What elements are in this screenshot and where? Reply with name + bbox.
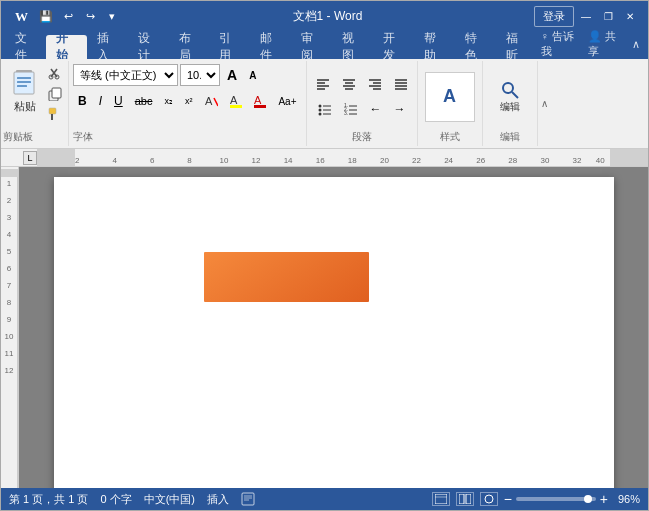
vertical-ruler: 1 2 3 4 5 6 7 8 9 10 11 12: [1, 167, 19, 488]
numbering[interactable]: 1.2.3.: [339, 98, 363, 120]
share[interactable]: 👤 共享: [584, 29, 624, 59]
restore-button[interactable]: ❐: [598, 6, 618, 26]
orange-rectangle[interactable]: [204, 252, 369, 302]
paste-label: 粘贴: [14, 99, 36, 114]
align-center[interactable]: [337, 73, 361, 95]
app-window: W 💾 ↩ ↪ ▾ 文档1 - Word 登录 — ❐ ✕ 文件 开始 插入 设…: [0, 0, 649, 511]
highlight-button[interactable]: A: [249, 90, 271, 112]
styles-icon[interactable]: A: [425, 72, 475, 122]
tab-insert[interactable]: 插入: [87, 35, 128, 59]
align-left[interactable]: [311, 73, 335, 95]
svg-text:3.: 3.: [344, 110, 348, 116]
copy-button[interactable]: [46, 85, 64, 103]
tab-dev[interactable]: 开发: [373, 35, 414, 59]
aa-button[interactable]: Aa+: [273, 90, 301, 112]
indent-increase[interactable]: →: [389, 98, 411, 120]
svg-point-41: [318, 113, 321, 116]
font-size-select[interactable]: 10.5: [180, 64, 220, 86]
svg-text:A: A: [230, 94, 238, 106]
format-painter-button[interactable]: [46, 105, 64, 123]
align-right[interactable]: [363, 73, 387, 95]
ribbon-collapse[interactable]: ∧: [628, 38, 644, 51]
title-right: 登录 — ❐ ✕: [534, 6, 640, 27]
redo-icon[interactable]: ↪: [81, 7, 99, 25]
font-label: 字体: [73, 130, 93, 144]
indent-decrease[interactable]: ←: [365, 98, 387, 120]
view-read[interactable]: [456, 492, 474, 506]
title-left: W 💾 ↩ ↪ ▾: [9, 4, 121, 28]
styles-group: A 样式: [418, 61, 483, 146]
save-icon[interactable]: 💾: [37, 7, 55, 25]
tab-view[interactable]: 视图: [332, 35, 373, 59]
svg-rect-6: [17, 85, 27, 87]
editing-label: 编辑: [500, 130, 520, 144]
svg-text:W: W: [15, 9, 28, 24]
bullets[interactable]: [313, 98, 337, 120]
view-normal[interactable]: [432, 492, 450, 506]
clipboard-right: [46, 63, 66, 144]
svg-rect-12: [52, 88, 61, 98]
tab-mailing[interactable]: 邮件: [250, 35, 291, 59]
tab-review[interactable]: 审阅: [291, 35, 332, 59]
tab-layout[interactable]: 布局: [169, 35, 210, 59]
tab-file[interactable]: 文件: [5, 35, 46, 59]
horizontal-ruler: L 2 4 6 8 10 12 14 16 18 2: [1, 149, 648, 167]
customize-icon[interactable]: ▾: [103, 7, 121, 25]
svg-rect-51: [242, 493, 254, 505]
ribbon-tabs: 文件 开始 插入 设计 布局 引用 邮件 审阅 视图 开发 帮助 特色 福昕 ♀…: [1, 31, 648, 59]
word-icon: W: [9, 4, 33, 28]
font-size-decrease[interactable]: A: [244, 64, 261, 86]
page-info: 第 1 页，共 1 页: [9, 492, 88, 507]
find-button[interactable]: 编辑: [495, 75, 525, 119]
close-button[interactable]: ✕: [620, 6, 640, 26]
title-bar: W 💾 ↩ ↪ ▾ 文档1 - Word 登录 — ❐ ✕: [1, 1, 648, 31]
tab-special[interactable]: 特色: [455, 35, 496, 59]
svg-point-59: [485, 495, 493, 503]
tab-help[interactable]: 帮助: [414, 35, 455, 59]
view-web[interactable]: [480, 492, 498, 506]
svg-rect-20: [254, 105, 266, 108]
svg-point-37: [318, 105, 321, 108]
cut-button[interactable]: [46, 65, 64, 83]
font-color-button[interactable]: A: [225, 90, 247, 112]
font-group: 等线 (中文正文) 10.5 A A B I U abc x₂ x²: [69, 61, 307, 146]
zoom-controls: − + 96%: [504, 492, 640, 506]
subscript-button[interactable]: x₂: [159, 90, 178, 112]
ribbon-collapse-arrow[interactable]: ∧: [538, 61, 552, 146]
svg-line-50: [512, 92, 518, 98]
zoom-out-button[interactable]: −: [504, 492, 512, 506]
svg-line-16: [214, 98, 218, 106]
document-page: [54, 177, 614, 488]
ribbon-right: ♀ 告诉我 👤 共享 ∧: [537, 29, 648, 59]
tab-foxit[interactable]: 福昕: [496, 35, 537, 59]
clipboard-group: 粘贴 剪贴板: [1, 61, 69, 146]
justify[interactable]: [389, 73, 413, 95]
zoom-in-button[interactable]: +: [600, 492, 608, 506]
tab-references[interactable]: 引用: [209, 35, 250, 59]
login-button[interactable]: 登录: [534, 6, 574, 27]
tab-home[interactable]: 开始: [46, 35, 87, 59]
bold-button[interactable]: B: [73, 90, 92, 112]
svg-rect-4: [17, 77, 31, 79]
undo-icon[interactable]: ↩: [59, 7, 77, 25]
document-scroll-area[interactable]: [19, 167, 648, 488]
svg-text:A: A: [205, 95, 213, 107]
svg-rect-57: [459, 494, 464, 504]
ruler-track: 2 4 6 8 10 12 14 16 18 20 22 24 26 28 30…: [37, 149, 648, 167]
tab-design[interactable]: 设计: [128, 35, 169, 59]
superscript-button[interactable]: x²: [180, 90, 198, 112]
ribbon-toolbar: 粘贴 剪贴板 等线 (中文: [1, 59, 648, 149]
underline-button[interactable]: U: [109, 90, 128, 112]
minimize-button[interactable]: —: [576, 6, 596, 26]
font-name-select[interactable]: 等线 (中文正文): [73, 64, 178, 86]
strikethrough-button[interactable]: abc: [130, 90, 158, 112]
svg-rect-18: [230, 105, 242, 108]
styles-label: 样式: [440, 130, 460, 144]
ruler-corner[interactable]: L: [23, 151, 37, 165]
tell-me[interactable]: ♀ 告诉我: [537, 29, 581, 59]
font-size-increase[interactable]: A: [222, 64, 242, 86]
zoom-slider[interactable]: [516, 497, 596, 501]
italic-button[interactable]: I: [94, 90, 107, 112]
clear-format-button[interactable]: A: [199, 90, 223, 112]
input-mode: 插入: [207, 492, 229, 507]
